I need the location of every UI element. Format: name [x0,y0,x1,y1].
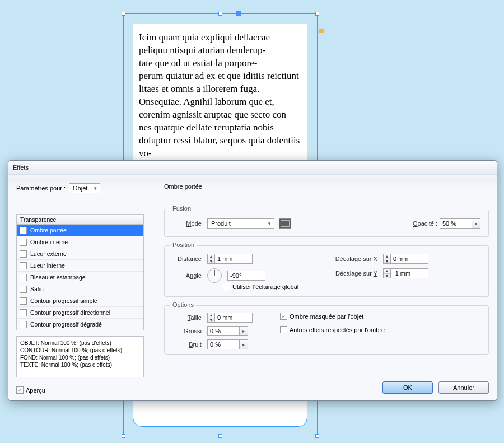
offset-x-field[interactable] [390,254,428,264]
effect-label: Contour progressif dégradé [30,321,102,328]
target-select-value: Objet [73,185,87,192]
section-title: Ombre portée [164,183,202,190]
chevron-down-icon: ▼ [93,186,97,191]
honors-checkbox[interactable] [280,326,287,333]
global-light-checkbox[interactable] [223,283,230,290]
cancel-button-label: Annuler [453,384,474,391]
summary-line: CONTOUR: Normal 100 %; (pas d'effets) [20,347,140,354]
step-down-icon[interactable]: ▼ [208,259,214,264]
blend-mode-select[interactable]: Produit ▼ [207,218,274,229]
offset-x-input[interactable]: ▲▼ [383,254,428,264]
group-legend: Position [170,241,197,248]
dialog-titlebar[interactable]: Effets [8,161,497,175]
distance-field[interactable] [214,254,253,264]
preview-checkbox[interactable]: ✓ [16,386,24,394]
offset-y-input[interactable]: ▲▼ [383,268,428,278]
noise-field[interactable] [207,339,240,349]
effect-label: Contour progressif simple [30,297,97,304]
group-legend: Fusion [170,205,193,212]
resize-handle[interactable] [315,12,319,16]
honors-label: Autres effets respectés par l'ombre [290,327,385,333]
offset-y-label: Décalage sur Y : [327,270,381,277]
effect-label: Satin [30,286,44,292]
thread-out-port-icon[interactable] [319,29,324,33]
spread-input[interactable]: ▸ [207,326,248,336]
chevron-right-icon[interactable]: ▸ [240,339,248,349]
shadow-color-swatch[interactable] [279,218,291,229]
effects-summary: OBJET: Normal 100 %; (pas d'effets) CONT… [16,336,144,377]
ok-button[interactable]: OK [382,381,433,394]
effect-checkbox[interactable] [20,227,27,234]
effect-checkbox[interactable] [20,274,27,281]
knockout-label: Ombre masquée par l'objet [290,313,363,320]
size-label: Taille : [177,314,205,321]
effect-checkbox[interactable] [20,239,27,246]
effect-item-contour-simple[interactable]: Contour progressif simple [17,295,143,307]
angle-input[interactable] [227,271,265,281]
effect-item-satin[interactable]: Satin [17,283,143,295]
effect-item-ombre-interne[interactable]: Ombre interne [17,236,143,248]
global-light-label: Utiliser l'éclairage global [232,283,298,290]
effect-checkbox[interactable] [20,250,27,258]
chevron-right-icon[interactable]: ▸ [240,326,248,336]
dialog-title: Effets [13,164,29,171]
group-position: Position Distance : ▲▼ Angle : [164,245,489,297]
distance-label: Distance : [170,255,205,262]
resize-handle[interactable] [315,434,319,438]
summary-line: OBJET: Normal 100 %; (pas d'effets) [20,339,140,347]
effects-list[interactable]: Ombre portée Ombre interne Lueur externe… [16,225,144,330]
step-down-icon[interactable]: ▼ [384,259,390,264]
spread-label: Grossi : [177,328,205,334]
noise-label: Bruit : [177,341,205,348]
resize-handle[interactable] [218,434,222,438]
step-up-icon[interactable]: ▲ [208,254,214,259]
effect-item-lueur-interne[interactable]: Lueur interne [17,260,143,272]
effect-item-contour-directionnel[interactable]: Contour progressif directionnel [17,307,143,319]
step-up-icon[interactable]: ▲ [384,269,390,273]
size-input[interactable]: ▲▼ [207,313,253,323]
offset-y-field[interactable] [390,268,428,278]
resize-handle[interactable] [122,434,125,438]
ok-button-label: OK [403,384,412,391]
effects-list-header: Transparence [16,214,144,225]
cancel-button[interactable]: Annuler [438,381,489,394]
step-up-icon[interactable]: ▲ [384,254,390,259]
effect-checkbox[interactable] [20,309,27,316]
effect-item-ombre-portee[interactable]: Ombre portée [17,225,143,236]
chevron-right-icon[interactable]: ▸ [472,218,480,229]
distance-input[interactable]: ▲▼ [207,254,253,264]
params-label: Paramètres pour : [16,185,66,192]
noise-input[interactable]: ▸ [207,339,248,349]
effect-label: Lueur externe [30,250,67,257]
angle-field[interactable] [227,271,265,281]
opacity-field[interactable] [440,218,472,229]
effect-label: Ombre interne [30,239,68,245]
step-up-icon[interactable]: ▲ [208,313,214,318]
knockout-checkbox[interactable]: ✓ [280,313,287,320]
summary-line: FOND: Normal 100 %; (pas d'effets) [20,354,140,361]
resize-handle[interactable] [122,12,125,16]
group-fusion: Fusion Mode : Produit ▼ Opacité : ▸ [164,209,489,237]
preview-label: Aperçu [26,387,45,394]
step-down-icon[interactable]: ▼ [384,273,390,278]
effect-label: Biseau et estampage [30,274,86,281]
target-select[interactable]: Objet ▼ [69,183,100,193]
effect-checkbox[interactable] [20,262,27,269]
opacity-input[interactable]: ▸ [440,218,480,229]
resize-handle[interactable] [218,12,222,16]
angle-wheel[interactable] [207,268,222,283]
step-down-icon[interactable]: ▼ [208,318,214,323]
thread-in-port-icon[interactable] [236,11,241,16]
spread-field[interactable] [207,326,240,336]
effect-item-contour-degrade[interactable]: Contour progressif dégradé [17,319,143,330]
effect-item-lueur-externe[interactable]: Lueur externe [17,248,143,260]
effect-checkbox[interactable] [20,286,27,293]
effect-checkbox[interactable] [20,321,27,328]
mode-label: Mode : [177,220,205,227]
group-options: Options Taille : ▲▼ Grossi : ▸ [164,305,489,355]
effects-list-panel: Transparence Ombre portée Ombre interne … [16,214,144,377]
summary-line: TEXTE: Normal 100 %; (pas d'effets) [20,361,140,369]
effect-item-biseau[interactable]: Biseau et estampage [17,272,143,283]
effect-checkbox[interactable] [20,297,27,305]
size-field[interactable] [214,313,253,323]
